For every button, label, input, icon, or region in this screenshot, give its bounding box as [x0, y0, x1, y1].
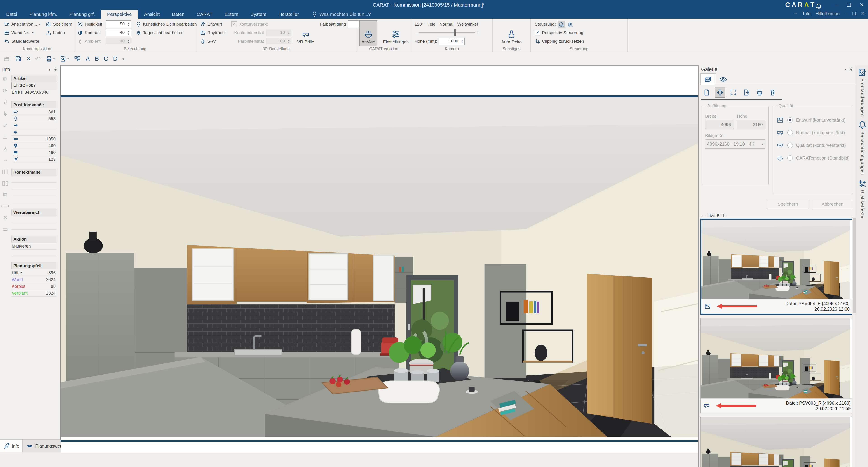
collapse-ribbon-icon[interactable]: [794, 11, 798, 16]
kuenstliches-licht-button[interactable]: Künstliches Licht bearbeiten: [135, 20, 198, 28]
tell-me-search[interactable]: Was möchten Sie tun...?: [312, 10, 371, 19]
export-button[interactable]: [742, 87, 751, 97]
panel-menu-icon[interactable]: ▼: [48, 67, 51, 71]
alternative-a-button[interactable]: A: [86, 55, 90, 62]
fit-view-button[interactable]: [715, 87, 725, 98]
tool-measure-icon[interactable]: ⟷: [1, 203, 9, 209]
entwurf-button[interactable]: Entwurf: [199, 20, 227, 28]
menu-daten[interactable]: Daten: [165, 10, 190, 19]
undo-button[interactable]: ↶: [35, 55, 40, 63]
gallery-images-tab[interactable]: [701, 74, 716, 85]
raytracer-button[interactable]: Raytracer: [199, 29, 227, 36]
tool-swap-icon[interactable]: ⧉: [3, 192, 7, 197]
delete-button[interactable]: ×: [27, 55, 30, 62]
zoom-in-button[interactable]: +: [475, 30, 479, 36]
emotion-einstellungen-button[interactable]: Einstellungen: [381, 20, 411, 46]
tool-corner2-icon[interactable]: ↳: [3, 111, 8, 117]
fullscreen-button[interactable]: [728, 87, 738, 97]
delete-image-button[interactable]: [768, 87, 778, 97]
kitchen-render[interactable]: [61, 95, 698, 442]
normal-option[interactable]: Normal: [439, 22, 453, 27]
hoehe-spinner[interactable]: 1600▴▾: [439, 37, 465, 45]
tab-benachrichtigungen[interactable]: Benachrichtigungen: [858, 119, 867, 177]
alternative-d-button[interactable]: D: [113, 55, 118, 62]
thumbnail-psv002[interactable]: Datei: PSV002_R (4096 x 2160)26.02.2026 …: [701, 417, 853, 467]
orbit-camera-button[interactable]: [567, 21, 574, 28]
scrollbar-thumb[interactable]: [852, 218, 856, 313]
thumbnail-psv003[interactable]: Datei: PSV003_R (4096 x 2160)26.02.2026 …: [701, 318, 853, 413]
menu-extern[interactable]: Extern: [218, 10, 244, 19]
save-button[interactable]: [15, 55, 22, 62]
doc-minimize-button[interactable]: –: [844, 11, 847, 16]
tab-frontaenderungen[interactable]: Frontänderungen: [858, 67, 867, 118]
menu-system[interactable]: System: [244, 10, 273, 19]
abbrechen-button[interactable]: Abbrechen: [812, 199, 853, 209]
wand-nr-button[interactable]: Wand Nr..▾: [3, 29, 41, 36]
alternative-b-button[interactable]: B: [95, 55, 99, 62]
pin-icon[interactable]: [849, 67, 854, 72]
tab-grafikeffekte[interactable]: Grafikeffekte: [858, 178, 867, 220]
print-image-button[interactable]: [754, 87, 765, 97]
quality-option-qualitaet[interactable]: Qualität (konturverstärkt): [776, 139, 850, 152]
tool-copy-icon[interactable]: ⧉: [3, 76, 7, 82]
quality-option-normal[interactable]: Normal (konturverstärkt): [776, 126, 850, 139]
fov-slider[interactable]: [418, 29, 475, 36]
3d-viewport[interactable]: [61, 65, 698, 453]
gallery-scrollbar[interactable]: [852, 217, 856, 467]
tele-option[interactable]: Tele: [428, 22, 435, 27]
vr-brille-button[interactable]: VR-Brille: [295, 20, 316, 46]
tool-spread-icon[interactable]: ▯▯: [2, 168, 8, 174]
emotion-anaus-button[interactable]: An/Aus: [360, 20, 377, 46]
doc-restore-button[interactable]: ❏: [852, 11, 856, 16]
tool-corner-icon[interactable]: ↲: [3, 99, 8, 105]
alternative-c-button[interactable]: C: [104, 55, 108, 62]
sw-button[interactable]: S-W: [199, 37, 227, 45]
auto-deko-button[interactable]: Auto-Deko: [499, 20, 524, 46]
tool-shrink-icon[interactable]: ▯▯: [2, 180, 8, 186]
tool-rotate-icon[interactable]: ⟳: [3, 88, 8, 94]
hierarchy-button[interactable]: [74, 55, 81, 62]
kontrast-spinner[interactable]: 40▴▾: [105, 29, 131, 36]
help-topics-link[interactable]: Hilfethemen: [815, 11, 840, 16]
new-image-button[interactable]: [702, 87, 712, 97]
kamera-laden-button[interactable]: Laden: [45, 29, 73, 36]
menu-carat[interactable]: CARAT: [191, 10, 219, 19]
maximize-button[interactable]: ❏: [843, 0, 855, 10]
zoom-out-button[interactable]: –: [414, 30, 418, 36]
tageslicht-button[interactable]: Tageslicht bearbeiten: [135, 29, 198, 36]
toolbar-overflow-icon[interactable]: ▾: [122, 57, 124, 61]
tool-arc-icon[interactable]: ⌢: [3, 157, 7, 163]
panel-menu-icon[interactable]: ▼: [844, 67, 847, 71]
minimize-button[interactable]: –: [830, 0, 843, 10]
ansicht-von-button[interactable]: Ansicht von ..▾: [3, 20, 41, 28]
menu-ansicht[interactable]: Ansicht: [138, 10, 166, 19]
standardwerte-button[interactable]: Standardwerte: [3, 37, 41, 45]
print-preview-button[interactable]: ▾: [60, 55, 69, 62]
pin-icon[interactable]: [53, 67, 58, 72]
print-button[interactable]: ▾: [45, 55, 55, 62]
close-button[interactable]: ✕: [855, 0, 868, 10]
slider-handle[interactable]: [454, 29, 456, 36]
speichern-button[interactable]: Speichern: [767, 199, 808, 209]
orbit-scene-button[interactable]: [558, 21, 565, 28]
kamera-speichern-button[interactable]: Speichern: [45, 20, 73, 28]
quality-option-entwurf[interactable]: Entwurf (konturverstärkt): [776, 114, 850, 126]
helligkeit-spinner[interactable]: 50▴▾: [105, 20, 131, 28]
menu-datei[interactable]: Datei: [0, 10, 23, 19]
clipping-button[interactable]: Clipping zurücksetzen: [534, 37, 585, 45]
tool-align-top-icon[interactable]: ⊥: [3, 134, 8, 140]
tool-delete-icon[interactable]: ✕: [3, 214, 8, 221]
perspektiv-steuerung-checkbox[interactable]: Perspektiv-Steuerung: [534, 29, 585, 36]
open-button[interactable]: [3, 55, 10, 62]
menu-perspektive[interactable]: Perspektive: [101, 10, 138, 19]
menu-hersteller[interactable]: Hersteller: [273, 10, 305, 19]
doc-close-button[interactable]: ✕: [861, 11, 865, 16]
thumbnail-psv004[interactable]: Datei: PSV004_E (4096 x 2160)26.02.2026 …: [701, 218, 853, 315]
weitwinkel-option[interactable]: Weitwinkel: [457, 22, 477, 27]
tool-join-icon[interactable]: ⋏: [3, 145, 7, 151]
tool-corner3-icon[interactable]: ↙: [3, 122, 8, 128]
tab-info[interactable]: Info: [0, 440, 23, 452]
menu-planung-grf[interactable]: Planung grf.: [63, 10, 101, 19]
artikel-code[interactable]: LTISCH007: [11, 82, 57, 89]
quality-option-caratemotion[interactable]: CARATemotion (Standbild): [776, 152, 850, 164]
